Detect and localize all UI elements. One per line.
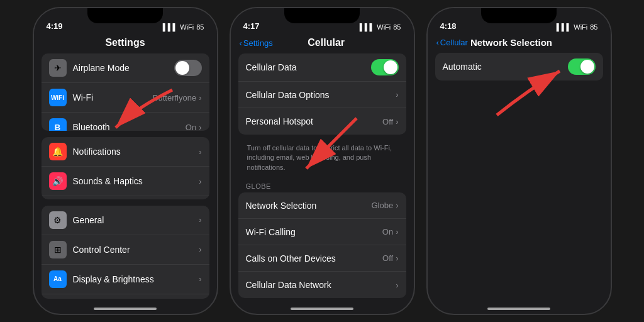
cellular-list: Cellular Data Cellular Data Options › Pe… xyxy=(231,53,414,305)
back-label: Settings xyxy=(243,38,273,48)
personal-hotspot-chevron: › xyxy=(396,117,398,126)
personal-hotspot-row[interactable]: Personal Hotspot Off › xyxy=(238,108,406,135)
airplane-toggle[interactable] xyxy=(174,60,202,76)
automatic-label: Automatic xyxy=(443,62,568,72)
status-icons-2: ▌▌▌ WiFi 85 xyxy=(360,23,401,31)
notch-2 xyxy=(284,8,360,23)
network-selection-title: Network Selection xyxy=(470,37,552,48)
sounds-chevron: › xyxy=(199,177,201,186)
display-icon: Aa xyxy=(49,270,67,288)
wifi-row[interactable]: WiFi Wi-Fi Butterflyone › xyxy=(42,83,209,113)
cellular-header: ‹ Settings Cellular xyxy=(231,33,414,53)
sounds-label: Sounds & Haptics xyxy=(73,176,199,186)
home-indicator-1 xyxy=(94,308,157,310)
notifications-group: 🔔 Notifications › 🔊 Sounds & Haptics › 🌙… xyxy=(42,137,209,199)
wifi-icon: WiFi xyxy=(180,23,194,31)
bluetooth-label: Bluetooth xyxy=(73,122,186,131)
notch xyxy=(87,8,163,23)
network-screen: ‹ Cellular Network Selection Automatic xyxy=(428,33,611,305)
automatic-row[interactable]: Automatic xyxy=(435,53,603,80)
network-selection-content: Automatic xyxy=(428,53,611,86)
carrier-services-link[interactable]: Carrier Services xyxy=(238,303,406,305)
status-icons-1: ▌▌▌ WiFi 85 xyxy=(163,23,204,31)
general-row[interactable]: ⚙ General › xyxy=(42,206,209,235)
cellular-data-network-row[interactable]: Cellular Data Network › xyxy=(238,272,406,298)
network-selection-value: Globe xyxy=(371,201,393,210)
general-group: ⚙ General › ⊞ Control Center › Aa Displa… xyxy=(42,206,209,299)
cellular-data-options-chevron: › xyxy=(396,90,398,99)
time-1: 4:19 xyxy=(47,21,63,31)
network-selection-chevron: › xyxy=(396,201,398,210)
sounds-row[interactable]: 🔊 Sounds & Haptics › xyxy=(42,167,209,196)
display-row[interactable]: Aa Display & Brightness › xyxy=(42,265,209,294)
calls-other-value: Off xyxy=(382,253,393,263)
personal-hotspot-value: Off xyxy=(382,117,393,126)
focus-row[interactable]: 🌙 Focus › xyxy=(42,196,209,199)
notifications-chevron: › xyxy=(199,147,201,157)
time-3: 4:18 xyxy=(440,21,457,31)
wifi-calling-value: On xyxy=(382,227,393,236)
homescreen-row[interactable]: ▦ Home Screen › xyxy=(42,294,209,299)
wifi-chevron: › xyxy=(199,93,201,103)
control-center-icon: ⊞ xyxy=(49,241,67,258)
network-header: ‹ Cellular Network Selection xyxy=(428,33,611,53)
automatic-toggle[interactable] xyxy=(568,58,596,75)
control-center-chevron: › xyxy=(199,245,201,254)
settings-screen: Settings ✈ Airplane Mode WiFi Wi-Fi Butt… xyxy=(34,33,217,305)
notifications-label: Notifications xyxy=(73,147,199,157)
airplane-mode-row[interactable]: ✈ Airplane Mode xyxy=(42,53,209,83)
notifications-icon: 🔔 xyxy=(49,143,67,160)
notch-3 xyxy=(481,8,557,23)
airplane-label: Airplane Mode xyxy=(73,63,174,73)
battery-icon-2: 85 xyxy=(393,23,401,31)
calls-other-chevron: › xyxy=(396,253,398,263)
network-group: ✈ Airplane Mode WiFi Wi-Fi Butterflyone … xyxy=(42,53,209,131)
settings-title: Settings xyxy=(34,33,217,53)
airplane-icon: ✈ xyxy=(49,59,67,77)
cellular-back-btn[interactable]: ‹ Cellular xyxy=(436,38,468,47)
wifi-value: Butterflyone xyxy=(153,93,196,103)
signal-icon: ▌▌▌ xyxy=(163,23,177,31)
cellular-data-row[interactable]: Cellular Data xyxy=(238,53,406,82)
wifi-calling-row[interactable]: Wi-Fi Calling On › xyxy=(238,219,406,245)
cellular-data-options-label: Cellular Data Options xyxy=(246,90,396,100)
personal-hotspot-label: Personal Hotspot xyxy=(246,116,383,126)
control-center-label: Control Center xyxy=(73,245,199,255)
cellular-data-options-row[interactable]: Cellular Data Options › xyxy=(238,82,406,108)
cellular-data-section: Cellular Data Cellular Data Options › Pe… xyxy=(238,53,406,135)
phone-network-selection: 4:18 ▌▌▌ WiFi 85 ‹ Cellular Network Sele… xyxy=(426,7,612,315)
wifi-icon-2: WiFi xyxy=(377,23,391,31)
wifi-calling-chevron: › xyxy=(396,227,398,236)
automatic-section: Automatic xyxy=(435,53,603,80)
calls-other-label: Calls on Other Devices xyxy=(246,253,383,264)
time-2: 4:17 xyxy=(243,21,260,31)
bluetooth-icon: B xyxy=(49,118,67,131)
globe-section: Network Selection Globe › Wi-Fi Calling … xyxy=(238,192,406,298)
cellular-data-network-chevron: › xyxy=(396,280,398,290)
bluetooth-row[interactable]: B Bluetooth On › xyxy=(42,113,209,131)
phone-settings: 4:19 ▌▌▌ WiFi 85 Settings ✈ Airplane Mod… xyxy=(33,7,218,315)
signal-icon-3: ▌▌▌ xyxy=(557,23,571,31)
network-selection-row[interactable]: Network Selection Globe › xyxy=(238,192,406,219)
wifi-calling-label: Wi-Fi Calling xyxy=(246,227,382,237)
home-indicator-2 xyxy=(291,308,353,310)
settings-back-btn[interactable]: ‹ Settings xyxy=(240,38,273,48)
calls-other-row[interactable]: Calls on Other Devices Off › xyxy=(238,245,406,272)
bluetooth-chevron: › xyxy=(199,123,201,131)
battery-icon: 85 xyxy=(196,23,204,31)
home-indicator-3 xyxy=(487,308,550,310)
net-back-chevron: ‹ xyxy=(436,38,439,47)
display-label: Display & Brightness xyxy=(73,274,199,284)
phone-cellular: 4:17 ▌▌▌ WiFi 85 ‹ Settings Cellular Cel… xyxy=(230,7,415,315)
battery-icon-3: 85 xyxy=(590,23,597,31)
cellular-note: Turn off cellular data to restrict all d… xyxy=(238,140,406,177)
cellular-data-toggle[interactable] xyxy=(371,59,399,75)
notifications-row[interactable]: 🔔 Notifications › xyxy=(42,137,209,167)
cellular-data-network-label: Cellular Data Network xyxy=(246,280,396,290)
general-chevron: › xyxy=(199,215,201,225)
control-center-row[interactable]: ⊞ Control Center › xyxy=(42,235,209,265)
wifi-icon: WiFi xyxy=(49,89,67,106)
display-chevron: › xyxy=(199,274,201,284)
cellular-title: Cellular xyxy=(308,37,370,48)
network-selection-label: Network Selection xyxy=(246,201,372,211)
